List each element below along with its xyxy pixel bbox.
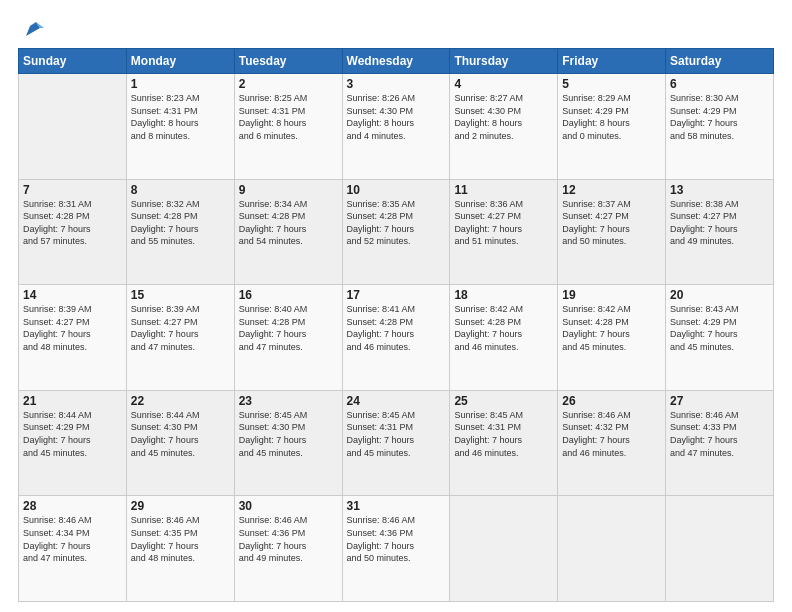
day-number: 21	[23, 394, 122, 408]
day-number: 10	[347, 183, 446, 197]
day-number: 23	[239, 394, 338, 408]
day-cell	[558, 496, 666, 602]
day-info: Sunrise: 8:43 AMSunset: 4:29 PMDaylight:…	[670, 303, 769, 353]
day-info: Sunrise: 8:35 AMSunset: 4:28 PMDaylight:…	[347, 198, 446, 248]
day-info: Sunrise: 8:34 AMSunset: 4:28 PMDaylight:…	[239, 198, 338, 248]
day-cell: 8Sunrise: 8:32 AMSunset: 4:28 PMDaylight…	[126, 179, 234, 285]
day-number: 27	[670, 394, 769, 408]
day-info: Sunrise: 8:46 AMSunset: 4:36 PMDaylight:…	[239, 514, 338, 564]
day-info: Sunrise: 8:39 AMSunset: 4:27 PMDaylight:…	[131, 303, 230, 353]
day-info: Sunrise: 8:39 AMSunset: 4:27 PMDaylight:…	[23, 303, 122, 353]
day-number: 9	[239, 183, 338, 197]
day-cell: 1Sunrise: 8:23 AMSunset: 4:31 PMDaylight…	[126, 74, 234, 180]
day-cell: 26Sunrise: 8:46 AMSunset: 4:32 PMDayligh…	[558, 390, 666, 496]
day-number: 16	[239, 288, 338, 302]
day-number: 3	[347, 77, 446, 91]
week-row-5: 28Sunrise: 8:46 AMSunset: 4:34 PMDayligh…	[19, 496, 774, 602]
col-header-thursday: Thursday	[450, 49, 558, 74]
day-info: Sunrise: 8:30 AMSunset: 4:29 PMDaylight:…	[670, 92, 769, 142]
col-header-wednesday: Wednesday	[342, 49, 450, 74]
calendar-table: SundayMondayTuesdayWednesdayThursdayFrid…	[18, 48, 774, 602]
day-cell: 22Sunrise: 8:44 AMSunset: 4:30 PMDayligh…	[126, 390, 234, 496]
day-cell: 11Sunrise: 8:36 AMSunset: 4:27 PMDayligh…	[450, 179, 558, 285]
day-info: Sunrise: 8:40 AMSunset: 4:28 PMDaylight:…	[239, 303, 338, 353]
day-info: Sunrise: 8:31 AMSunset: 4:28 PMDaylight:…	[23, 198, 122, 248]
day-number: 19	[562, 288, 661, 302]
day-number: 2	[239, 77, 338, 91]
day-info: Sunrise: 8:42 AMSunset: 4:28 PMDaylight:…	[454, 303, 553, 353]
day-cell: 17Sunrise: 8:41 AMSunset: 4:28 PMDayligh…	[342, 285, 450, 391]
day-info: Sunrise: 8:25 AMSunset: 4:31 PMDaylight:…	[239, 92, 338, 142]
day-info: Sunrise: 8:46 AMSunset: 4:32 PMDaylight:…	[562, 409, 661, 459]
day-cell: 7Sunrise: 8:31 AMSunset: 4:28 PMDaylight…	[19, 179, 127, 285]
day-info: Sunrise: 8:46 AMSunset: 4:34 PMDaylight:…	[23, 514, 122, 564]
day-number: 7	[23, 183, 122, 197]
day-cell: 12Sunrise: 8:37 AMSunset: 4:27 PMDayligh…	[558, 179, 666, 285]
day-number: 25	[454, 394, 553, 408]
day-cell: 29Sunrise: 8:46 AMSunset: 4:35 PMDayligh…	[126, 496, 234, 602]
day-number: 18	[454, 288, 553, 302]
day-number: 22	[131, 394, 230, 408]
day-cell: 16Sunrise: 8:40 AMSunset: 4:28 PMDayligh…	[234, 285, 342, 391]
day-info: Sunrise: 8:44 AMSunset: 4:29 PMDaylight:…	[23, 409, 122, 459]
day-cell: 2Sunrise: 8:25 AMSunset: 4:31 PMDaylight…	[234, 74, 342, 180]
day-number: 8	[131, 183, 230, 197]
day-cell: 31Sunrise: 8:46 AMSunset: 4:36 PMDayligh…	[342, 496, 450, 602]
day-number: 4	[454, 77, 553, 91]
day-cell	[19, 74, 127, 180]
day-number: 17	[347, 288, 446, 302]
col-header-monday: Monday	[126, 49, 234, 74]
day-number: 13	[670, 183, 769, 197]
col-header-sunday: Sunday	[19, 49, 127, 74]
day-info: Sunrise: 8:45 AMSunset: 4:30 PMDaylight:…	[239, 409, 338, 459]
day-cell: 4Sunrise: 8:27 AMSunset: 4:30 PMDaylight…	[450, 74, 558, 180]
day-number: 5	[562, 77, 661, 91]
day-number: 31	[347, 499, 446, 513]
day-cell	[666, 496, 774, 602]
week-row-1: 1Sunrise: 8:23 AMSunset: 4:31 PMDaylight…	[19, 74, 774, 180]
week-row-3: 14Sunrise: 8:39 AMSunset: 4:27 PMDayligh…	[19, 285, 774, 391]
day-number: 20	[670, 288, 769, 302]
day-cell: 13Sunrise: 8:38 AMSunset: 4:27 PMDayligh…	[666, 179, 774, 285]
day-info: Sunrise: 8:38 AMSunset: 4:27 PMDaylight:…	[670, 198, 769, 248]
day-cell	[450, 496, 558, 602]
day-number: 12	[562, 183, 661, 197]
day-cell: 28Sunrise: 8:46 AMSunset: 4:34 PMDayligh…	[19, 496, 127, 602]
day-info: Sunrise: 8:37 AMSunset: 4:27 PMDaylight:…	[562, 198, 661, 248]
day-cell: 10Sunrise: 8:35 AMSunset: 4:28 PMDayligh…	[342, 179, 450, 285]
day-cell: 25Sunrise: 8:45 AMSunset: 4:31 PMDayligh…	[450, 390, 558, 496]
day-cell: 14Sunrise: 8:39 AMSunset: 4:27 PMDayligh…	[19, 285, 127, 391]
day-info: Sunrise: 8:26 AMSunset: 4:30 PMDaylight:…	[347, 92, 446, 142]
week-row-2: 7Sunrise: 8:31 AMSunset: 4:28 PMDaylight…	[19, 179, 774, 285]
page: SundayMondayTuesdayWednesdayThursdayFrid…	[0, 0, 792, 612]
day-number: 11	[454, 183, 553, 197]
day-info: Sunrise: 8:44 AMSunset: 4:30 PMDaylight:…	[131, 409, 230, 459]
day-cell: 23Sunrise: 8:45 AMSunset: 4:30 PMDayligh…	[234, 390, 342, 496]
day-info: Sunrise: 8:46 AMSunset: 4:36 PMDaylight:…	[347, 514, 446, 564]
day-number: 30	[239, 499, 338, 513]
day-cell: 15Sunrise: 8:39 AMSunset: 4:27 PMDayligh…	[126, 285, 234, 391]
day-info: Sunrise: 8:46 AMSunset: 4:33 PMDaylight:…	[670, 409, 769, 459]
col-header-friday: Friday	[558, 49, 666, 74]
day-cell: 3Sunrise: 8:26 AMSunset: 4:30 PMDaylight…	[342, 74, 450, 180]
day-cell: 30Sunrise: 8:46 AMSunset: 4:36 PMDayligh…	[234, 496, 342, 602]
day-number: 24	[347, 394, 446, 408]
day-cell: 21Sunrise: 8:44 AMSunset: 4:29 PMDayligh…	[19, 390, 127, 496]
day-info: Sunrise: 8:29 AMSunset: 4:29 PMDaylight:…	[562, 92, 661, 142]
day-info: Sunrise: 8:32 AMSunset: 4:28 PMDaylight:…	[131, 198, 230, 248]
day-number: 6	[670, 77, 769, 91]
logo	[18, 18, 44, 40]
day-cell: 5Sunrise: 8:29 AMSunset: 4:29 PMDaylight…	[558, 74, 666, 180]
day-number: 28	[23, 499, 122, 513]
day-cell: 27Sunrise: 8:46 AMSunset: 4:33 PMDayligh…	[666, 390, 774, 496]
day-info: Sunrise: 8:23 AMSunset: 4:31 PMDaylight:…	[131, 92, 230, 142]
day-number: 29	[131, 499, 230, 513]
header	[18, 18, 774, 40]
col-header-tuesday: Tuesday	[234, 49, 342, 74]
day-info: Sunrise: 8:46 AMSunset: 4:35 PMDaylight:…	[131, 514, 230, 564]
day-info: Sunrise: 8:41 AMSunset: 4:28 PMDaylight:…	[347, 303, 446, 353]
day-cell: 18Sunrise: 8:42 AMSunset: 4:28 PMDayligh…	[450, 285, 558, 391]
day-cell: 9Sunrise: 8:34 AMSunset: 4:28 PMDaylight…	[234, 179, 342, 285]
day-cell: 20Sunrise: 8:43 AMSunset: 4:29 PMDayligh…	[666, 285, 774, 391]
day-number: 26	[562, 394, 661, 408]
